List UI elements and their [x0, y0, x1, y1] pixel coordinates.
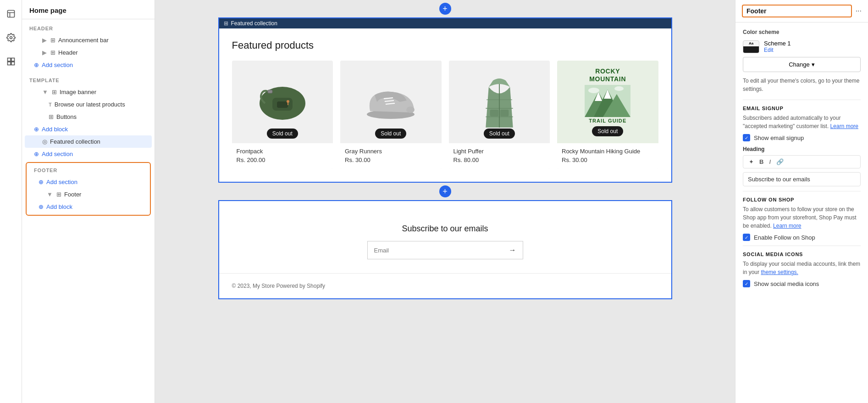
bold-btn[interactable]: B — [757, 157, 765, 166]
text-icon: T — [49, 102, 52, 107]
sidebar-item-announcement-bar[interactable]: ▶ ⊞ Announcement bar — [25, 34, 152, 46]
footer-label: Footer — [64, 191, 140, 198]
section-grid-icon: ⊞ — [224, 20, 228, 27]
add-block-footer-label: Add block — [46, 203, 140, 210]
rp-body: Color scheme Aa Scheme 1 Edit Change ▾ T… — [735, 22, 868, 298]
svg-rect-23 — [500, 110, 509, 117]
header-label: Header — [58, 49, 144, 56]
sparkle-btn[interactable]: ✦ — [747, 157, 756, 166]
grid-icon: ◎ — [42, 138, 47, 145]
social-media-desc: To display your social media accounts, l… — [743, 260, 861, 276]
theme-note: To edit all your theme's colors, go to y… — [743, 77, 861, 93]
show-email-signup-label: Show email signup — [754, 134, 804, 141]
add-section-header[interactable]: ⊕ Add section — [25, 59, 152, 71]
svg-rect-9 — [277, 101, 288, 108]
product-name-1: Frontpack — [237, 148, 329, 155]
scheme-row: Aa Scheme 1 Edit — [743, 40, 861, 53]
main-canvas: + ⊞ Featured collection Featured product… — [155, 0, 735, 403]
fc-title: Featured products — [232, 39, 658, 51]
image-icon: ⊞ — [52, 89, 57, 95]
follow-shop-label: FOLLOW ON SHOP — [743, 197, 861, 202]
product-card-2[interactable]: Sold out Gray Runners Rs. 30.00 — [340, 61, 442, 169]
email-signup-desc: Subscribers added automatically to your … — [743, 114, 861, 130]
sidebar-item-footer[interactable]: ▼ ⊞ Footer — [29, 188, 147, 201]
layout-icon: ⊞ — [50, 37, 55, 44]
product-card-1[interactable]: Sold out Frontpack Rs. 200.00 — [232, 61, 333, 169]
chevron-down-icon-change: ▾ — [812, 61, 815, 68]
product-img-1: Sold out — [232, 61, 333, 143]
canvas-inner: + ⊞ Featured collection Featured product… — [155, 0, 735, 403]
settings-icon[interactable] — [3, 29, 19, 46]
divider-3 — [743, 246, 861, 246]
sold-out-badge-2: Sold out — [375, 129, 406, 139]
product-price-3: Rs. 80.00 — [453, 157, 546, 163]
add-section-circle-middle[interactable]: + — [439, 185, 451, 197]
add-section-footer[interactable]: ⊕ Add section — [29, 176, 147, 188]
add-section-template[interactable]: ⊕ Add section — [25, 148, 152, 160]
page-frame: + ⊞ Featured collection Featured product… — [218, 0, 672, 299]
sidebar-item-image-banner[interactable]: ▼ ⊞ Image banner — [25, 86, 152, 98]
icon-nav — [0, 0, 22, 403]
add-section-divider-top: + — [218, 0, 672, 17]
follow-shop-desc: To allow customers to follow your store … — [743, 205, 861, 230]
scheme-preview: Aa — [743, 40, 759, 53]
add-block-1[interactable]: ⊕ Add block — [25, 123, 152, 135]
heading-input[interactable] — [743, 172, 861, 186]
product-name-4: Rocky Mountain Hiking Guide — [562, 148, 654, 155]
email-arrow-icon[interactable]: → — [509, 246, 516, 254]
footer-section-label: FOOTER — [27, 165, 150, 176]
pages-icon[interactable] — [3, 6, 19, 22]
learn-more-link-2[interactable]: Learn more — [773, 223, 801, 229]
product-info-1: Frontpack Rs. 200.00 — [232, 143, 333, 169]
product-card-3[interactable]: Sold out Light Puffer Rs. 80.00 — [449, 61, 550, 169]
link-btn[interactable]: 🔗 — [774, 157, 785, 166]
sidebar-item-browse-latest[interactable]: T Browse our latest products — [25, 98, 152, 111]
email-signup-label: EMAIL SIGNUP — [743, 106, 861, 111]
show-social-checkbox[interactable] — [743, 280, 750, 287]
add-block-1-label: Add block — [42, 126, 144, 133]
social-media-label: SOCIAL MEDIA ICONS — [743, 252, 861, 257]
plus-icon-2: ⊕ — [34, 151, 39, 157]
enable-follow-checkbox[interactable] — [743, 234, 750, 241]
svg-point-31 — [614, 86, 624, 91]
add-section-2-label: Add section — [42, 151, 144, 157]
template-section-label: TEMPLATE — [22, 71, 155, 86]
fanny-pack-svg — [255, 77, 310, 127]
blocks-icon[interactable] — [3, 53, 19, 70]
book-subtitle-text: TRAIL GUIDE — [589, 118, 626, 123]
plus-icon-block1: ⊕ — [34, 126, 39, 133]
change-button[interactable]: Change ▾ — [743, 57, 861, 72]
left-sidebar: Home page HEADER ▶ ⊞ Announcement bar ▶ … — [22, 0, 155, 403]
theme-settings-link[interactable]: theme settings. — [761, 269, 798, 275]
svg-rect-2 — [7, 58, 11, 62]
add-section-1-label: Add section — [42, 62, 144, 68]
sidebar-item-header[interactable]: ▶ ⊞ Header — [25, 46, 152, 59]
sidebar-item-featured-collection[interactable]: ◎ Featured collection — [25, 135, 152, 148]
shoes-svg — [361, 81, 420, 123]
italic-btn[interactable]: I — [767, 157, 773, 166]
footer-section-box: FOOTER ⊕ Add section ▼ ⊞ Footer ⊕ Add bl… — [26, 162, 151, 216]
email-signup-desc-text: Subscribers added automatically to your … — [743, 115, 840, 129]
add-block-footer[interactable]: ⊕ Add block — [29, 201, 147, 213]
footer-section-canvas: Subscribe to our emails → © 2023, My Sto… — [218, 200, 672, 299]
change-btn-label: Change — [789, 61, 810, 68]
add-section-divider-middle: + — [218, 183, 672, 200]
learn-more-link-1[interactable]: Learn more — [830, 123, 858, 129]
email-input[interactable] — [374, 247, 509, 254]
plus-icon-footer: ⊕ — [39, 179, 44, 185]
svg-point-30 — [588, 88, 599, 93]
add-section-footer-label: Add section — [46, 179, 140, 185]
sold-out-badge-4: Sold out — [592, 126, 623, 136]
show-email-signup-checkbox[interactable] — [743, 134, 750, 141]
scheme-edit-link[interactable]: Edit — [764, 47, 791, 53]
rp-header: Footer ··· — [735, 0, 868, 22]
add-section-circle-top[interactable]: + — [439, 3, 451, 15]
sidebar-item-buttons[interactable]: ⊞ Buttons — [25, 111, 152, 123]
product-card-4[interactable]: ROCKYMOUNTAIN — [557, 61, 658, 169]
svg-point-1 — [10, 37, 12, 39]
fc-content: Featured products — [219, 28, 671, 182]
rp-more-button[interactable]: ··· — [856, 7, 862, 15]
plus-icon-1: ⊕ — [34, 62, 39, 68]
layout-icon2: ⊞ — [50, 49, 55, 56]
header-section-label: HEADER — [22, 19, 155, 34]
